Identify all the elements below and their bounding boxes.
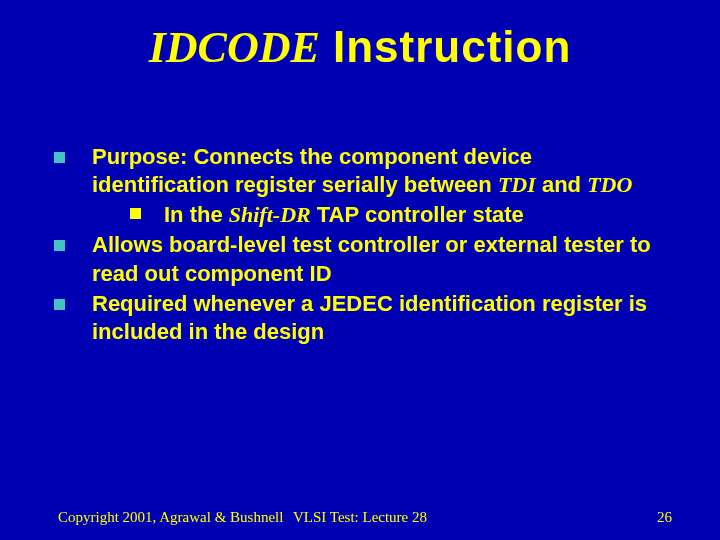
subbullet-1-pre: In the — [164, 202, 229, 227]
subbullet-icon — [130, 201, 164, 229]
subbullet-1-shiftdr: Shift-DR — [229, 202, 311, 227]
bullet-1-text: Purpose: Connects the component device i… — [92, 143, 672, 229]
title-idcode: IDCODE — [149, 23, 320, 72]
footer-right: 26 — [657, 509, 672, 526]
footer-center: VLSI Test: Lecture 28 — [293, 509, 427, 526]
bullet-icon — [54, 231, 92, 287]
bullet-1-tdo: TDO — [587, 172, 632, 197]
bullet-2: Allows board-level test controller or ex… — [54, 231, 672, 287]
bullet-icon — [54, 143, 92, 229]
bullet-1-pre: Purpose: Connects the component device i… — [92, 144, 532, 197]
bullet-3-text: Required whenever a JEDEC identification… — [92, 290, 672, 346]
title-rest: Instruction — [320, 22, 572, 71]
bullet-2-text: Allows board-level test controller or ex… — [92, 231, 672, 287]
subbullet-1: In the Shift-DR TAP controller state — [130, 201, 672, 229]
bullet-icon — [54, 290, 92, 346]
bullet-1-tdi: TDI — [498, 172, 536, 197]
slide: IDCODE Instruction Purpose: Connects the… — [0, 0, 720, 540]
bullet-1: Purpose: Connects the component device i… — [54, 143, 672, 229]
subbullet-1-text: In the Shift-DR TAP controller state — [164, 201, 672, 229]
bullet-3: Required whenever a JEDEC identification… — [54, 290, 672, 346]
slide-title: IDCODE Instruction — [48, 22, 672, 73]
subbullet-1-post: TAP controller state — [311, 202, 524, 227]
footer-left: Copyright 2001, Agrawal & Bushnell — [58, 509, 283, 526]
footer: Copyright 2001, Agrawal & Bushnell VLSI … — [0, 509, 720, 526]
bullet-1-mid: and — [536, 172, 587, 197]
body: Purpose: Connects the component device i… — [48, 143, 672, 346]
